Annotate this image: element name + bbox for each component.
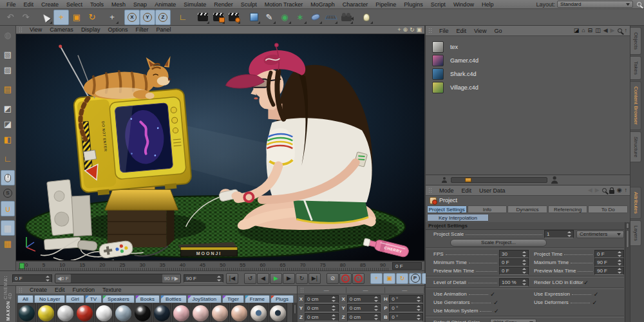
range-start-handle[interactable]: ◀ 0 F	[55, 274, 71, 283]
workplane-mode-button[interactable]: ▦	[1, 236, 15, 251]
spinner[interactable]	[332, 305, 336, 311]
section-header[interactable]: Project Settings	[426, 222, 624, 230]
material-pink[interactable]	[191, 303, 210, 322]
x-axis-lock-button[interactable]: X	[124, 10, 140, 25]
fps-field[interactable]: 30	[499, 250, 529, 258]
material-dark-navy[interactable]	[153, 303, 171, 322]
y-axis-lock-button[interactable]: Y	[140, 10, 155, 25]
spinner[interactable]	[332, 296, 336, 302]
material-skin[interactable]	[230, 303, 249, 322]
coord-value-field[interactable]: 0 °	[389, 304, 423, 312]
menu-item[interactable]: Simulate	[180, 1, 210, 8]
coord-value-field[interactable]: 0 °	[389, 313, 423, 321]
coord-column-header[interactable]: —	[385, 287, 424, 293]
menu-item[interactable]: Script	[427, 1, 450, 8]
menu-item[interactable]: Edit	[458, 187, 476, 194]
menu-item[interactable]: Create	[37, 1, 62, 8]
viewport-3d-view[interactable]: DO NOT ENTER	[16, 34, 424, 261]
use-motion-system-checkbox[interactable]: ✓	[493, 308, 499, 314]
camera-button[interactable]	[339, 10, 354, 25]
view-mode-icon[interactable]: ◪	[574, 28, 580, 33]
tab-key-interpolation[interactable]: Key Interpolation	[427, 214, 489, 222]
attribute-scrollbar[interactable]	[625, 222, 630, 322]
panel-grip[interactable]	[428, 28, 433, 33]
pan-view-icon[interactable]: +	[397, 27, 401, 33]
uv-mesh-mode-button[interactable]: ▤	[1, 81, 15, 97]
list-item[interactable]: Village.c4d	[432, 80, 630, 94]
goto-start-button[interactable]: |◀	[226, 273, 238, 284]
pen-spline-button[interactable]: ✎	[261, 10, 277, 25]
panel-grip[interactable]	[19, 287, 23, 293]
project-scale-field[interactable]: 1	[544, 230, 574, 238]
frame-range-slider[interactable]: ◀ 0 F 90 F ▶	[55, 274, 181, 283]
menu-item[interactable]: Filter	[131, 26, 152, 33]
render-lod-checkbox[interactable]: ✓	[583, 279, 589, 285]
record-button[interactable]: ⊘	[327, 273, 339, 284]
layer-tab[interactable]: Bottles	[160, 295, 186, 303]
home-icon[interactable]: ⌂	[582, 28, 585, 33]
menu-item[interactable]: Function	[69, 287, 99, 293]
key-rotation-button[interactable]: ↻	[396, 273, 408, 284]
forward-icon[interactable]: ▶	[611, 28, 615, 33]
render-view-button[interactable]	[195, 10, 211, 25]
use-animation-checkbox[interactable]: ✓	[490, 291, 496, 297]
list-item[interactable]: tex	[432, 40, 630, 53]
deformer-button[interactable]: ∗	[292, 10, 308, 25]
texture-mode-button[interactable]: ▨	[1, 62, 15, 77]
use-generators-checkbox[interactable]: ✓	[493, 299, 498, 305]
rotate-tool[interactable]: ↻	[84, 10, 100, 25]
search-icon[interactable]	[618, 28, 622, 33]
side-tab[interactable]: Content Browser	[630, 81, 641, 130]
list-item[interactable]: Gamer.c4d	[432, 53, 630, 67]
menu-item[interactable]: Options	[104, 26, 131, 33]
coord-value-field[interactable]: 0 °	[389, 295, 423, 303]
play-loop-button[interactable]: ↻	[296, 273, 308, 284]
viewport-filter-button[interactable]	[1, 170, 15, 185]
menu-item[interactable]: Go	[490, 28, 506, 34]
layer-tab[interactable]: JoyStation	[187, 295, 222, 303]
last-used-tool[interactable]: +	[104, 10, 120, 25]
coord-value-field[interactable]: 0 cm	[305, 304, 339, 312]
spinner[interactable]	[416, 314, 421, 320]
material-red[interactable]	[75, 303, 94, 322]
project-time-field[interactable]: 0 F	[594, 250, 624, 258]
menu-item[interactable]: Window	[450, 1, 478, 8]
attribute-tab[interactable]: Dynamics	[507, 205, 547, 213]
add-cube-button[interactable]	[246, 10, 261, 25]
layer-tab[interactable]: All	[17, 295, 33, 303]
menu-item[interactable]: Texture	[99, 287, 126, 293]
end-frame-field[interactable]: 90 F	[184, 274, 223, 283]
key-parameter-button[interactable]: P	[409, 273, 421, 284]
edges-mode-button[interactable]: ◪	[1, 116, 15, 131]
default-object-color-dropdown[interactable]: 80% Gray	[490, 319, 536, 322]
key-position-button[interactable]: +	[370, 273, 383, 284]
lod-field[interactable]: 100 %	[499, 278, 529, 287]
menu-item[interactable]: Plugins	[400, 1, 427, 8]
menu-item[interactable]: Sculpt	[237, 1, 261, 8]
range-end-handle[interactable]: 90 F ▶	[162, 274, 180, 283]
coord-value-field[interactable]: 0 cm	[347, 295, 381, 303]
menu-item[interactable]: Edit	[20, 1, 38, 8]
menu-item[interactable]: View	[26, 26, 46, 33]
record-active-objects-button[interactable]: ()	[339, 273, 352, 284]
material-scrollbar[interactable]	[292, 303, 297, 322]
play-forwards-button[interactable]: ▶	[270, 273, 282, 284]
coord-column-header[interactable]: —	[307, 287, 346, 293]
key-scale-button[interactable]: ▣	[383, 273, 395, 284]
panel-grip[interactable]	[300, 287, 305, 293]
spinner[interactable]	[416, 305, 421, 311]
menu-item[interactable]: Motion Tracker	[261, 1, 307, 8]
lock-workplane-button[interactable]: ▦	[1, 220, 15, 236]
layer-tab[interactable]: Frame	[245, 295, 270, 303]
layer-tab[interactable]: No Layer	[34, 295, 65, 303]
spinner[interactable]	[216, 276, 221, 281]
coord-column-header[interactable]: —	[346, 287, 386, 293]
preview-max-field[interactable]: 90 F	[594, 267, 624, 275]
use-expression-checkbox[interactable]: ✓	[593, 291, 599, 297]
coord-value-field[interactable]: 0 cm	[305, 313, 339, 321]
previous-frame-button[interactable]: ◀	[257, 273, 269, 284]
list-item[interactable]: Shark.c4d	[432, 67, 630, 80]
minimum-time-field[interactable]: 0 F	[499, 258, 529, 267]
side-tab[interactable]: Structure	[630, 131, 641, 162]
spinner[interactable]	[45, 276, 50, 281]
